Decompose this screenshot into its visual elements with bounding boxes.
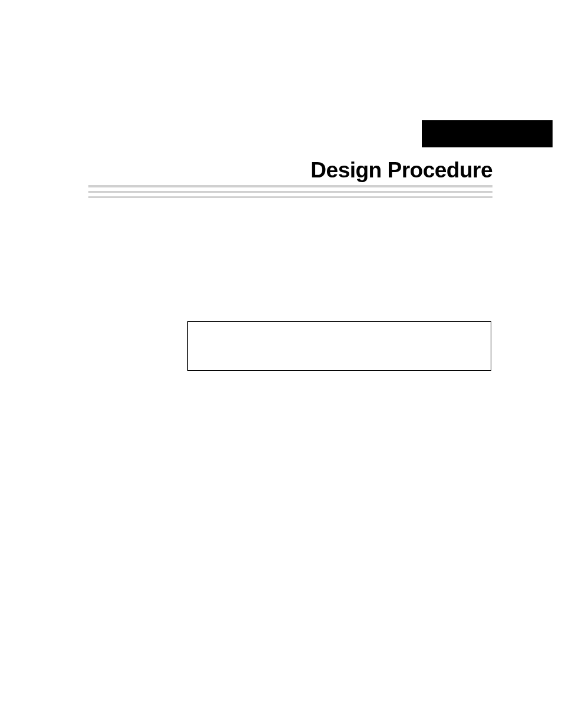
section-marker-bar — [422, 120, 553, 147]
rule-line — [88, 185, 492, 187]
document-page: Design Procedure — [0, 0, 562, 728]
rule-line — [88, 191, 492, 193]
page-title: Design Procedure — [310, 158, 492, 183]
title-underline-rules — [88, 185, 492, 202]
rule-line — [88, 196, 492, 198]
content-placeholder-box — [187, 321, 491, 371]
